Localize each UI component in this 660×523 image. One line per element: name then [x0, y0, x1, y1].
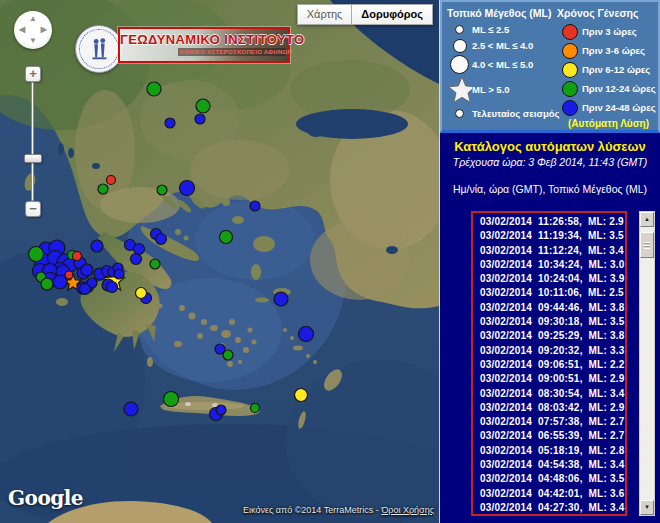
legend-magnitude-item: Τελευταίος σεισμός	[447, 105, 555, 122]
legend-time-item: Πριν 24-48 ώρες	[557, 98, 660, 117]
time-circle-icon-red	[557, 24, 582, 40]
earthquake-marker-green[interactable]	[164, 392, 179, 407]
earthquake-marker-blue[interactable]	[107, 282, 118, 293]
time-circle-icon-green	[557, 81, 582, 97]
map-zoom-in-button[interactable]: +	[25, 66, 41, 82]
earthquake-marker-blue[interactable]	[124, 402, 138, 416]
legend-magnitude-label: 4.0 < ML ≤ 5.0	[472, 59, 533, 70]
earthquake-marker-blue[interactable]	[299, 327, 314, 342]
earthquake-marker-green[interactable]	[220, 231, 233, 244]
earthquake-marker-green[interactable]	[150, 259, 160, 269]
catalog-panel: Κατάλογος αυτόματων λύσεων Τρέχουσα ώρα:…	[440, 133, 660, 523]
time-circle-icon-blue	[557, 100, 582, 116]
event-row: 03/02/2014 07:57:38, ML: 2.7	[473, 415, 625, 429]
earthquake-marker-blue[interactable]	[156, 234, 167, 245]
earthquake-marker-green[interactable]	[147, 82, 161, 96]
catalog-current-time: Τρέχουσα ώρα: 3 Φεβ 2014, 11:43 (GMT)	[440, 156, 660, 168]
earthquake-marker-yellow[interactable]	[136, 288, 147, 299]
magnitude-circle-icon	[447, 109, 472, 118]
catalog-title: Κατάλογος αυτόματων λύσεων	[440, 133, 660, 154]
legend-time-label: Πριν 3-6 ώρες	[582, 45, 645, 56]
satellite-map[interactable]: ▲ ▼ ◀ ▶ + − Χάρτης Δορυφόρος ΓΕΩΔΥΝΑΜΙΚΟ…	[0, 0, 439, 523]
event-list: 03/02/2014 11:26:58, ML: 2.903/02/2014 1…	[471, 211, 627, 516]
earthquake-markers-layer	[0, 0, 439, 523]
magnitude-star-icon	[447, 75, 472, 105]
earthquake-marker-green[interactable]	[157, 185, 167, 195]
legend-magnitude-item: ML ≤ 2.5	[447, 22, 555, 37]
legend-magnitude-title: Τοπικό Μέγεθος (ML)	[447, 5, 555, 22]
terms-link[interactable]: Όροι Χρήσης	[381, 505, 434, 515]
legend-magnitude-item: 2.5 < ML ≤ 4.0	[447, 37, 555, 54]
event-list-scrollbar[interactable]: ▲ ▼	[639, 211, 655, 516]
earthquake-marker-blue[interactable]	[131, 254, 142, 265]
earthquake-marker-green[interactable]	[29, 247, 44, 262]
earthquake-marker-blue[interactable]	[216, 405, 226, 415]
map-pan-control[interactable]: ▲ ▼ ◀ ▶	[14, 11, 52, 49]
event-row: 03/02/2014 09:44:46, ML: 3.8	[473, 301, 625, 315]
earthquake-marker-green[interactable]	[223, 350, 233, 360]
event-row: 03/02/2014 05:18:19, ML: 2.8	[473, 444, 625, 458]
earthquake-marker-blue[interactable]	[80, 284, 91, 295]
earthquake-marker-yellow[interactable]	[295, 389, 308, 402]
event-row: 03/02/2014 08:03:42, ML: 2.9	[473, 401, 625, 415]
magnitude-circle-icon	[447, 25, 472, 34]
scroll-thumb[interactable]	[640, 232, 654, 258]
legend-time-label: Πριν 3 ώρες	[582, 26, 637, 37]
scroll-up-icon[interactable]: ▲	[640, 212, 654, 227]
earthquake-marker-blue[interactable]	[134, 244, 145, 255]
scroll-down-icon[interactable]: ▼	[640, 500, 654, 515]
earthquake-marker-blue[interactable]	[180, 181, 195, 196]
institute-banner[interactable]: ΓΕΩΔΥΝΑΜΙΚΟ ΙΝΣΤΙΤΟΥΤΟ ΕΘΝΙΚΟ ΑΣΤΕΡΟΣΚΟΠ…	[118, 27, 290, 63]
legend-time-label: Πριν 24-48 ώρες	[582, 102, 656, 113]
map-type-switcher: Χάρτης Δορυφόρος	[297, 4, 433, 25]
auto-solution-label: (Αυτόματη Λύση)	[557, 118, 660, 129]
google-logo[interactable]: Google	[8, 486, 83, 510]
legend-magnitude-label: 2.5 < ML ≤ 4.0	[472, 40, 533, 51]
event-row: 03/02/2014 04:42:01, ML: 3.6	[473, 487, 625, 501]
map-zoom-slider-track[interactable]	[31, 82, 34, 201]
earthquake-marker-green[interactable]	[251, 404, 260, 413]
earthquake-marker-blue[interactable]	[195, 114, 205, 124]
earthquake-marker-blue[interactable]	[274, 292, 288, 306]
legend-time-item: Πριν 3-6 ώρες	[557, 41, 660, 60]
earthquake-marker-blue[interactable]	[114, 269, 124, 279]
earthquake-marker-blue[interactable]	[81, 264, 93, 276]
time-circle-icon-yellow	[557, 62, 582, 78]
institute-subtitle: ΕΘΝΙΚΟ ΑΣΤΕΡΟΣΚΟΠΕΙΟ ΑΘΗΝΩΝ	[178, 48, 286, 56]
magnitude-circle-icon	[447, 55, 472, 74]
earthquake-marker-blue[interactable]	[165, 118, 175, 128]
legend-magnitude-item: ML > 5.0	[447, 74, 555, 105]
earthquake-marker-red[interactable]	[65, 271, 73, 279]
legend-panel: Τοπικό Μέγεθος (ML) ML ≤ 2.52.5 < ML ≤ 4…	[440, 0, 660, 133]
pan-left-icon[interactable]: ◀	[19, 26, 25, 34]
institute-title: ΓΕΩΔΥΝΑΜΙΚΟ ΙΝΣΤΙΤΟΥΤΟ	[120, 32, 288, 47]
event-row: 03/02/2014 10:24:04, ML: 3.9	[473, 272, 625, 286]
pan-right-icon[interactable]: ▶	[41, 26, 47, 34]
map-type-satellite-button[interactable]: Δορυφόρος	[351, 4, 433, 25]
event-row: 03/02/2014 09:00:51, ML: 2.9	[473, 372, 625, 386]
map-type-map-button[interactable]: Χάρτης	[297, 4, 352, 25]
pan-up-icon[interactable]: ▲	[29, 15, 37, 23]
earthquake-marker-green[interactable]	[98, 184, 108, 194]
event-row: 03/02/2014 11:26:58, ML: 2.9	[473, 215, 625, 229]
event-row: 03/02/2014 04:48:06, ML: 3.5	[473, 472, 625, 486]
earthquake-marker-blue[interactable]	[53, 275, 67, 289]
event-row: 03/02/2014 08:30:54, ML: 3.4	[473, 387, 625, 401]
pan-down-icon[interactable]: ▼	[29, 37, 37, 45]
map-zoom-slider-handle[interactable]	[24, 154, 42, 163]
earthquake-marker-green[interactable]	[196, 99, 210, 113]
institute-seal-icon[interactable]	[75, 25, 123, 73]
earthquake-marker-red[interactable]	[107, 176, 116, 185]
earthquake-marker-red[interactable]	[73, 252, 82, 261]
map-zoom-out-button[interactable]: −	[25, 201, 41, 217]
earthquake-marker-blue[interactable]	[250, 201, 260, 211]
event-row: 03/02/2014 06:55:39, ML: 2.7	[473, 429, 625, 443]
event-row: 03/02/2014 04:27:30, ML: 3.4	[473, 501, 625, 515]
legend-magnitude-item: 4.0 < ML ≤ 5.0	[447, 54, 555, 74]
earthquake-marker-blue[interactable]	[91, 240, 103, 252]
attribution-text: Εικόνες από ©2014 TerraMetrics -	[243, 505, 381, 515]
earthquake-marker-green[interactable]	[41, 278, 53, 290]
time-circle-icon-orange	[557, 43, 582, 59]
event-row: 03/02/2014 04:54:38, ML: 3.4	[473, 458, 625, 472]
event-row: 03/02/2014 09:30:18, ML: 3.5	[473, 315, 625, 329]
